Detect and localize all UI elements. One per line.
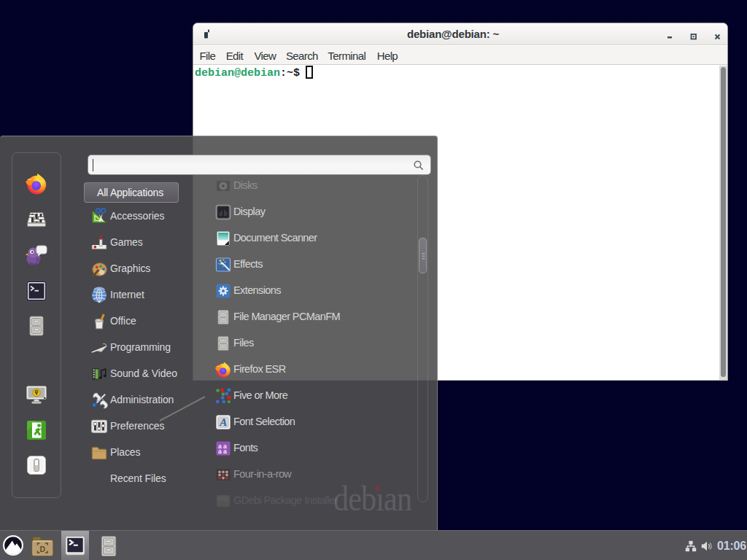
svg-text:D: D: [39, 545, 45, 553]
svg-text:A: A: [219, 416, 227, 428]
svg-text:a a: a a: [218, 448, 227, 455]
